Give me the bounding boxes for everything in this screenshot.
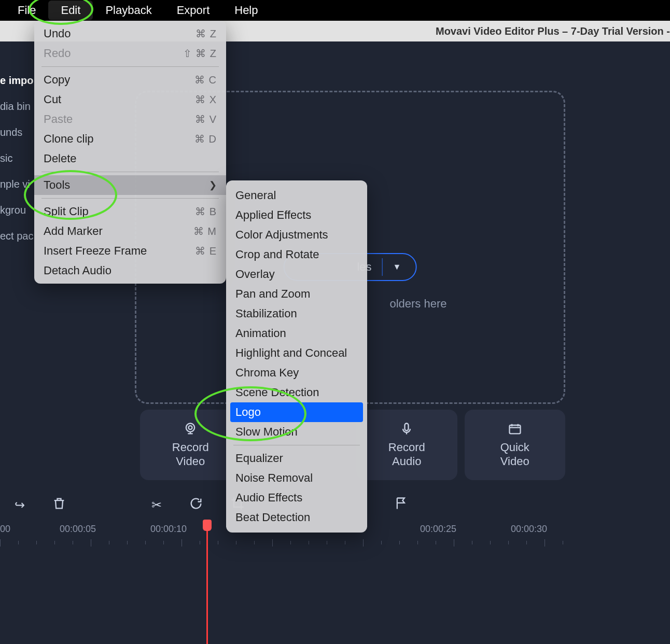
menu-item-label: Scene Detection	[235, 386, 319, 399]
sidebar-item[interactable]: unds	[0, 119, 36, 145]
time-tick: 00:00:10	[150, 524, 187, 535]
tools-item-logo[interactable]: Logo	[230, 402, 363, 422]
menu-shortcut: ⌘ B	[195, 205, 217, 218]
menu-shortcut: ⌘ Z	[196, 27, 217, 40]
window-title: Movavi Video Editor Plus – 7-Day Trial V…	[436, 25, 670, 37]
menu-help[interactable]: Help	[222, 1, 270, 20]
tools-item-overlay[interactable]: Overlay	[226, 264, 367, 284]
menu-item-label: General	[235, 189, 276, 202]
tools-item-highlight-and-conceal[interactable]: Highlight and Conceal	[226, 343, 367, 363]
flag-icon[interactable]	[394, 496, 409, 514]
menu-item-redo[interactable]: Redo⇧ ⌘ Z	[34, 44, 226, 63]
action-label: Video	[176, 454, 205, 469]
redo-icon[interactable]: ↪	[15, 498, 25, 512]
menu-playback[interactable]: Playback	[93, 1, 164, 20]
record-audio-card[interactable]: Record Audio	[356, 410, 457, 480]
menu-item-detach-audio[interactable]: Detach Audio	[34, 261, 226, 281]
time-tick: 00:00:25	[420, 524, 456, 535]
menu-export[interactable]: Export	[164, 1, 222, 20]
menu-item-label: Paste	[44, 113, 73, 126]
tools-item-crop-and-rotate[interactable]: Crop and Rotate	[226, 245, 367, 264]
menu-item-copy[interactable]: Copy⌘ C	[34, 70, 226, 90]
menu-item-label: Pan and Zoom	[235, 287, 310, 301]
tools-item-animation[interactable]: Animation	[226, 324, 367, 343]
sidebar-item[interactable]: e impo	[0, 67, 36, 93]
time-tick: 00:00:30	[511, 524, 547, 535]
tick-marks	[0, 539, 670, 547]
menu-item-label: Cut	[44, 93, 61, 106]
menu-shortcut: ⌘ V	[195, 113, 217, 125]
menu-item-add-marker[interactable]: Add Marker⌘ M	[34, 221, 226, 241]
menu-item-label: Clone clip	[44, 132, 94, 146]
menu-edit[interactable]: Edit	[48, 1, 93, 20]
edit-dropdown: Undo⌘ ZRedo⇧ ⌘ ZCopy⌘ CCut⌘ XPaste⌘ VClo…	[34, 21, 226, 284]
tools-item-audio-effects[interactable]: Audio Effects	[226, 488, 367, 508]
menu-item-label: Detach Audio	[44, 264, 111, 277]
menu-item-label: Applied Effects	[235, 208, 311, 222]
svg-point-0	[186, 423, 194, 431]
menu-item-label: Beat Detection	[235, 511, 310, 524]
tools-item-noise-removal[interactable]: Noise Removal	[226, 468, 367, 488]
tools-item-slow-motion[interactable]: Slow Motion	[226, 422, 367, 442]
tools-item-color-adjustments[interactable]: Color Adjustments	[226, 225, 367, 245]
menu-item-label: Tools	[44, 178, 70, 192]
rotate-icon[interactable]	[189, 496, 203, 514]
menu-item-label: Equalizer	[235, 452, 283, 465]
menu-item-label: Copy	[44, 73, 70, 87]
sidebar-item[interactable]: nple vi	[0, 171, 36, 197]
tools-item-chroma-key[interactable]: Chroma Key	[226, 363, 367, 383]
menu-file[interactable]: File	[5, 1, 48, 20]
tools-item-equalizer[interactable]: Equalizer	[226, 449, 367, 468]
menu-separator	[41, 172, 219, 172]
sidebar-item[interactable]: ect pac	[0, 223, 36, 249]
menubar: File Edit Playback Export Help	[0, 0, 670, 21]
quick-video-card[interactable]: Quick Video	[465, 410, 566, 480]
tools-item-beat-detection[interactable]: Beat Detection	[226, 508, 367, 527]
svg-point-1	[189, 426, 192, 429]
tools-item-scene-detection[interactable]: Scene Detection	[226, 383, 367, 402]
menu-shortcut: ⌘ E	[195, 245, 217, 257]
action-label: Record	[388, 440, 425, 455]
menu-item-paste[interactable]: Paste⌘ V	[34, 109, 226, 129]
svg-rect-3	[509, 425, 520, 433]
action-label: Quick	[500, 440, 529, 455]
sidebar-item[interactable]: dia bin	[0, 93, 36, 119]
menu-item-label: Undo	[44, 27, 71, 40]
menu-item-label: Add Marker	[44, 225, 103, 238]
tools-submenu: GeneralApplied EffectsColor AdjustmentsC…	[226, 180, 367, 533]
menu-item-label: Animation	[235, 327, 286, 340]
sidebar-item[interactable]: kgrou	[0, 197, 36, 223]
playhead[interactable]	[206, 524, 208, 644]
menu-item-tools[interactable]: Tools❯	[34, 175, 226, 195]
trash-icon[interactable]	[52, 496, 66, 514]
film-icon	[508, 422, 522, 436]
menu-item-clone-clip[interactable]: Clone clip⌘ D	[34, 129, 226, 149]
menu-item-label: Crop and Rotate	[235, 248, 319, 261]
tools-item-applied-effects[interactable]: Applied Effects	[226, 205, 367, 225]
menu-item-delete[interactable]: Delete	[34, 149, 226, 169]
menu-item-insert-freeze-frame[interactable]: Insert Freeze Frame⌘ E	[34, 241, 226, 261]
menu-item-split-clip[interactable]: Split Clip⌘ B	[34, 202, 226, 221]
menu-item-label: Highlight and Conceal	[235, 346, 347, 360]
button-divider	[382, 258, 383, 276]
menu-item-label: Delete	[44, 152, 77, 165]
menu-separator	[233, 445, 360, 445]
chevron-down-icon[interactable]: ▼	[393, 262, 401, 272]
menu-item-label: Overlay	[235, 268, 275, 281]
svg-rect-2	[405, 423, 409, 430]
menu-shortcut: ⌘ M	[193, 225, 217, 237]
sidebar: e impo dia bin unds sic nple vi kgrou ec…	[0, 67, 36, 249]
menu-item-undo[interactable]: Undo⌘ Z	[34, 24, 226, 44]
tools-item-pan-and-zoom[interactable]: Pan and Zoom	[226, 284, 367, 304]
menu-item-label: Redo	[44, 47, 71, 60]
sidebar-item[interactable]: sic	[0, 145, 36, 171]
menu-item-cut[interactable]: Cut⌘ X	[34, 90, 226, 109]
time-tick: 00:00:05	[60, 524, 96, 535]
tools-item-general[interactable]: General	[226, 186, 367, 205]
menu-separator	[41, 66, 219, 67]
tools-item-stabilization[interactable]: Stabilization	[226, 304, 367, 324]
scissors-icon[interactable]: ✂	[151, 498, 162, 512]
menu-item-label: Chroma Key	[235, 366, 299, 380]
menu-item-label: Audio Effects	[235, 491, 302, 505]
chevron-right-icon: ❯	[209, 179, 217, 191]
